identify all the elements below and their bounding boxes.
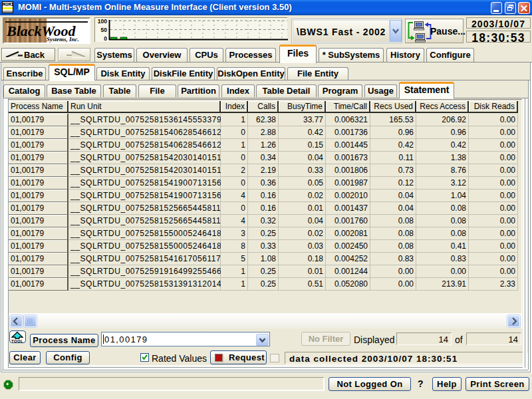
svg-text:100: 100 (98, 18, 107, 25)
svg-text:0: 0 (104, 35, 107, 42)
svg-text:50: 50 (101, 27, 108, 33)
svg-text:TOOL: TOOL (11, 339, 23, 343)
